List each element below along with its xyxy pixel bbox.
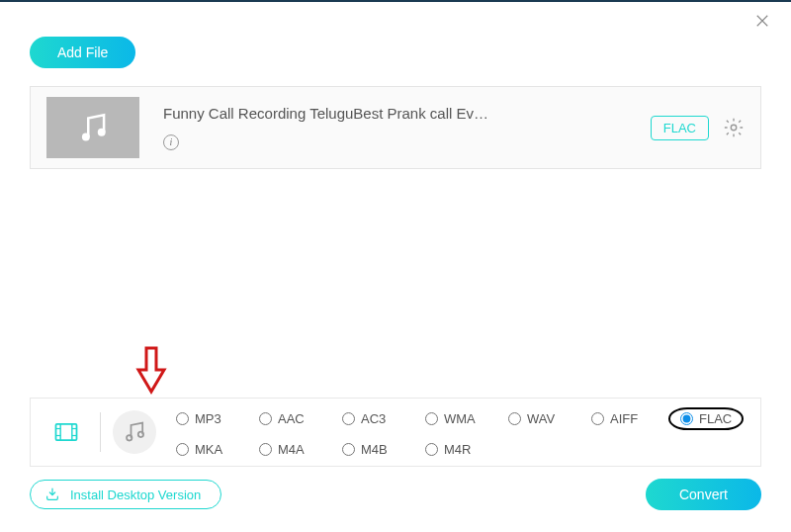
close-button[interactable]: [753, 12, 773, 32]
convert-button[interactable]: Convert: [646, 479, 761, 510]
footer: Install Desktop Version Convert: [30, 479, 761, 510]
gear-icon[interactable]: [723, 117, 745, 138]
file-title: Funny Call Recording TeluguBest Prank ca…: [163, 105, 651, 122]
format-label: M4A: [278, 442, 305, 457]
install-desktop-button[interactable]: Install Desktop Version: [30, 480, 221, 509]
format-option-m4b[interactable]: M4B: [342, 442, 417, 457]
add-file-button[interactable]: Add File: [30, 37, 135, 68]
format-label: MP3: [195, 411, 221, 426]
install-label: Install Desktop Version: [70, 488, 201, 502]
svg-point-0: [82, 133, 90, 141]
file-row: Funny Call Recording TeluguBest Prank ca…: [30, 86, 761, 169]
format-option-aac[interactable]: AAC: [259, 407, 334, 430]
format-option-m4r[interactable]: M4R: [425, 442, 500, 457]
video-tab[interactable]: [44, 410, 88, 454]
file-thumbnail: [46, 97, 139, 158]
format-label: AAC: [278, 411, 305, 426]
format-label: WMA: [444, 411, 476, 426]
format-option-mp3[interactable]: MP3: [176, 407, 251, 430]
svg-point-2: [731, 125, 737, 131]
video-icon: [52, 418, 80, 446]
format-label: AIFF: [610, 411, 638, 426]
download-icon: [44, 487, 60, 502]
annotation-arrow: [134, 346, 168, 401]
music-icon: [121, 418, 148, 446]
format-option-ac3[interactable]: AC3: [342, 407, 417, 430]
svg-point-11: [138, 432, 143, 437]
format-panel: MP3 AAC AC3 WMA WAV AIFF FLAC MKA M4A M4…: [30, 398, 761, 467]
target-format-badge[interactable]: FLAC: [651, 116, 709, 140]
audio-tab[interactable]: [113, 410, 156, 454]
format-option-flac[interactable]: FLAC: [668, 407, 744, 430]
file-actions: FLAC: [651, 116, 745, 140]
music-note-icon: [74, 109, 112, 146]
format-label: M4B: [361, 442, 388, 457]
file-info: Funny Call Recording TeluguBest Prank ca…: [139, 105, 651, 150]
format-label: WAV: [527, 411, 555, 426]
svg-rect-3: [56, 424, 77, 440]
format-option-aiff[interactable]: AIFF: [591, 407, 666, 430]
format-label: M4R: [444, 442, 471, 457]
format-option-mka[interactable]: MKA: [176, 442, 251, 457]
format-option-m4a[interactable]: M4A: [259, 442, 334, 457]
divider: [100, 412, 101, 452]
info-icon[interactable]: i: [163, 134, 179, 150]
svg-point-10: [127, 435, 132, 440]
format-label: AC3: [361, 411, 386, 426]
svg-point-1: [98, 129, 106, 136]
format-option-wma[interactable]: WMA: [425, 407, 500, 430]
format-option-wav[interactable]: WAV: [508, 407, 583, 430]
format-label: FLAC: [699, 411, 732, 426]
format-options: MP3 AAC AC3 WMA WAV AIFF FLAC MKA M4A M4…: [156, 407, 747, 457]
format-label: MKA: [195, 442, 222, 457]
